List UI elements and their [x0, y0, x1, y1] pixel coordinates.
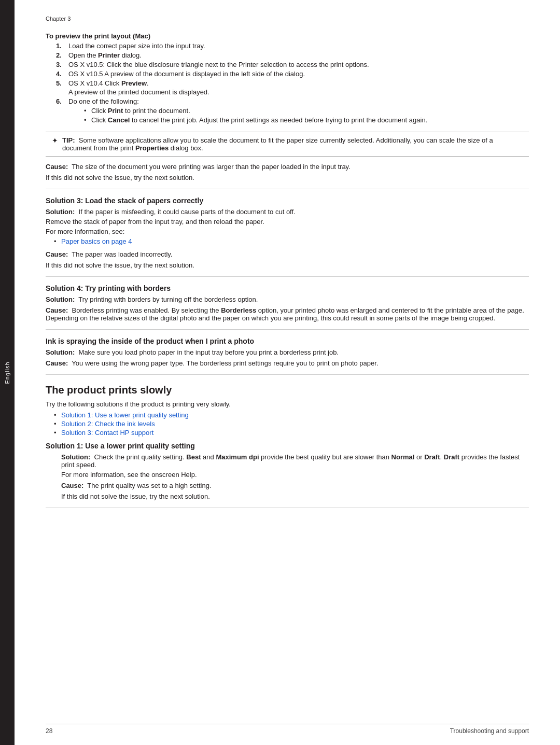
solution3-if-not: If this did not solve the issue, try the… — [46, 261, 529, 269]
mac-step-1: 1.Load the correct paper size into the i… — [56, 42, 529, 50]
product-links-list: • Solution 1: Use a lower print quality … — [54, 411, 529, 437]
solution4-cause: Cause: Borderless printing was enabled. … — [46, 306, 529, 322]
mac-section-title: To preview the print layout (Mac) — [46, 32, 529, 40]
solution4-block: Solution 4: Try printing with borders So… — [46, 284, 529, 322]
ink-cause: Cause: You were using the wrong paper ty… — [46, 359, 529, 367]
cause-line-1: Cause: The size of the document you were… — [46, 163, 529, 171]
product-link-1: • Solution 1: Use a lower print quality … — [54, 411, 529, 419]
side-tab: English — [0, 0, 15, 745]
solution3-link-item: • Paper basics on page 4 — [54, 237, 529, 245]
product-prints-intro: Try the following solutions if the produ… — [46, 400, 529, 408]
ink-heading: Ink is spraying the inside of the produc… — [46, 337, 529, 345]
sol1-more-info: For more information, see the onscreen H… — [61, 471, 529, 479]
footer: 28 Troubleshooting and support — [46, 724, 529, 735]
side-tab-label: English — [4, 361, 10, 384]
divider-2 — [46, 276, 529, 277]
product-link-3-anchor[interactable]: Solution 3: Contact HP support — [61, 429, 153, 437]
ink-solution: Solution: Make sure you load photo paper… — [46, 348, 529, 356]
solution3-cause: Cause: The paper was loaded incorrectly. — [46, 250, 529, 258]
mac-step-6: 6. Do one of the following: •Click Print… — [56, 97, 529, 125]
footer-page-num: 28 — [46, 727, 52, 735]
product-link-3: • Solution 3: Contact HP support — [54, 429, 529, 437]
tip-content: TIP: Some software applications allow yo… — [62, 136, 523, 152]
mac-bullet-1: •Click Print to print the document. — [84, 107, 427, 115]
divider-1 — [46, 189, 529, 189]
solution3-heading: Solution 3: Load the stack of papers cor… — [46, 196, 529, 205]
mac-bullet-2: •Click Cancel to cancel the print job. A… — [84, 116, 427, 124]
divider-bottom — [46, 508, 529, 508]
product-link-2-anchor[interactable]: Solution 2: Check the ink levels — [61, 420, 155, 428]
mac-step-2: 2.Open the Printer dialog. — [56, 51, 529, 59]
mac-section: To preview the print layout (Mac) 1.Load… — [46, 32, 529, 125]
product-prints-heading: The product prints slowly — [46, 384, 529, 396]
mac-step-3: 3.OS X v10.5: Click the blue disclosure … — [56, 61, 529, 68]
sol1-cause: Cause: The print quality was set to a hi… — [61, 482, 529, 489]
sol1-if-not: If this did not solve the issue, try the… — [61, 493, 529, 500]
solution4-intro: Solution: Try printing with borders by t… — [46, 296, 529, 303]
divider-4 — [46, 374, 529, 375]
main-content: Chapter 3 To preview the print layout (M… — [15, 0, 560, 745]
mac-step-4: 4.OS X v10.5 A preview of the document i… — [56, 70, 529, 78]
solution3-link-list: • Paper basics on page 4 — [54, 237, 529, 245]
sol1-content: Solution: Check the print quality settin… — [61, 453, 529, 500]
divider-3 — [46, 329, 529, 330]
solution4-heading: Solution 4: Try printing with borders — [46, 284, 529, 292]
sol1-block: Solution 1: Use a lower print quality se… — [46, 442, 529, 500]
page-container: English Chapter 3 To preview the print l… — [0, 0, 560, 745]
ink-section: Ink is spraying the inside of the produc… — [46, 337, 529, 367]
solution3-block: Solution 3: Load the stack of papers cor… — [46, 196, 529, 269]
chapter-label: Chapter 3 — [46, 16, 529, 22]
solution3-intro: Solution: If the paper is misfeeding, it… — [46, 208, 529, 216]
if-not-solve-1: If this did not solve the issue, try the… — [46, 174, 529, 181]
sol1-solution: Solution: Check the print quality settin… — [61, 453, 529, 469]
product-link-2: • Solution 2: Check the ink levels — [54, 420, 529, 428]
sol1-heading: Solution 1: Use a lower print quality se… — [46, 442, 529, 450]
footer-text: Troubleshooting and support — [450, 727, 529, 735]
solution3-text1: Remove the stack of paper from the input… — [46, 218, 529, 226]
tip-icon: ✦ — [52, 136, 58, 152]
mac-step-5: 5.OS X v10.4 Click Preview.A preview of … — [56, 79, 529, 96]
product-prints-section: The product prints slowly Try the follow… — [46, 384, 529, 500]
solution3-link[interactable]: Paper basics on page 4 — [61, 237, 132, 245]
tip-box: ✦ TIP: Some software applications allow … — [46, 132, 529, 157]
solution3-text2: For more information, see: — [46, 228, 529, 235]
mac-steps-list: 1.Load the correct paper size into the i… — [56, 42, 529, 125]
product-link-1-anchor[interactable]: Solution 1: Use a lower print quality se… — [61, 411, 189, 419]
